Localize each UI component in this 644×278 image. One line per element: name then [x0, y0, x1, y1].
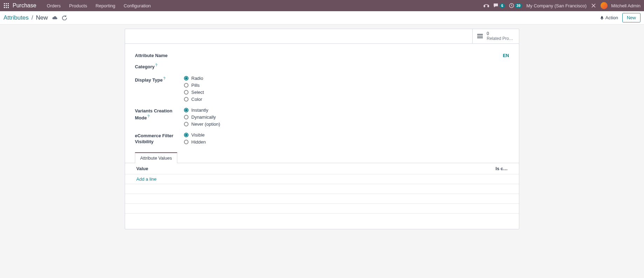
svg-rect-9	[484, 5, 485, 7]
breadcrumb: Attributes / New	[4, 14, 67, 21]
tab-attribute-values[interactable]: Attribute Values	[135, 152, 177, 163]
action-label: Action	[605, 15, 618, 20]
radio-display-pills[interactable]: Pills	[184, 83, 509, 88]
breadcrumb-separator: /	[32, 14, 33, 21]
svg-rect-5	[8, 5, 9, 6]
radio-variants-never[interactable]: Never (option)	[184, 121, 509, 127]
menu-reporting[interactable]: Reporting	[91, 3, 119, 8]
radio-display-color[interactable]: Color	[184, 97, 509, 102]
breadcrumb-root[interactable]: Attributes	[4, 14, 29, 21]
menu-configuration[interactable]: Configuration	[119, 3, 155, 8]
svg-rect-3	[4, 5, 5, 6]
tab-content: Value Is c… Add a line	[125, 163, 519, 214]
svg-rect-7	[6, 7, 7, 8]
radio-display-select[interactable]: Select	[184, 90, 509, 95]
svg-rect-6	[4, 7, 5, 8]
table-row	[125, 184, 519, 194]
category-field[interactable]	[184, 62, 509, 70]
discard-icon[interactable]	[62, 15, 67, 20]
column-value[interactable]: Value	[136, 166, 487, 171]
form-sheet: 0 Related Prod… Attribute Name EN Catego…	[125, 29, 519, 229]
chat-badge: 6	[500, 4, 505, 8]
svg-rect-0	[4, 3, 5, 4]
stat-count: 0	[487, 31, 515, 36]
add-line-link[interactable]: Add a line	[136, 176, 157, 182]
breadcrumb-current: New	[36, 14, 48, 21]
tools-icon[interactable]	[591, 3, 596, 8]
related-products-stat[interactable]: 0 Related Prod…	[472, 29, 519, 43]
category-label: Category?	[135, 62, 184, 70]
table-row	[125, 204, 519, 214]
menu-products[interactable]: Products	[65, 3, 91, 8]
user-menu[interactable]: Mitchell Admin	[601, 2, 640, 9]
top-navbar: Purchase Orders Products Reporting Confi…	[0, 0, 644, 11]
control-bar: Attributes / New Action New	[0, 11, 644, 25]
action-dropdown[interactable]: Action	[600, 15, 618, 20]
attribute-name-label: Attribute Name	[135, 52, 167, 59]
company-selector[interactable]: My Company (San Francisco)	[526, 3, 587, 8]
svg-rect-8	[8, 7, 9, 8]
user-name: Mitchell Admin	[611, 3, 640, 8]
variants-mode-radios: Instantly Dynamically Never (option)	[184, 107, 509, 127]
help-icon[interactable]: ?	[163, 77, 165, 81]
list-icon	[477, 33, 483, 39]
app-name[interactable]: Purchase	[13, 2, 36, 9]
radio-ecommerce-hidden[interactable]: Hidden	[184, 139, 509, 145]
menu-orders[interactable]: Orders	[43, 3, 65, 8]
cloud-save-icon[interactable]	[52, 15, 58, 20]
avatar-icon	[601, 2, 608, 9]
voip-icon[interactable]	[484, 3, 489, 8]
activity-icon[interactable]: 39	[509, 3, 522, 8]
radio-variants-instantly[interactable]: Instantly	[184, 107, 509, 113]
display-type-radios: Radio Pills Select Color	[184, 76, 509, 102]
table-row	[125, 194, 519, 204]
chat-icon[interactable]: 6	[493, 3, 505, 8]
radio-display-radio[interactable]: Radio	[184, 76, 509, 81]
svg-rect-2	[8, 3, 9, 4]
variants-mode-label: Variants Creation Mode?	[135, 107, 184, 127]
svg-rect-1	[6, 3, 7, 4]
language-tag[interactable]: EN	[503, 53, 509, 58]
column-is-custom[interactable]: Is c…	[487, 166, 508, 171]
svg-rect-4	[6, 5, 7, 6]
help-icon[interactable]: ?	[148, 114, 150, 118]
apps-icon[interactable]	[4, 3, 9, 8]
activity-badge: 39	[515, 4, 522, 8]
ecommerce-visibility-radios: Visible Hidden	[184, 132, 509, 145]
svg-rect-10	[488, 5, 489, 7]
ecommerce-visibility-label: eCommerce Filter Visibility	[135, 132, 184, 145]
radio-variants-dynamically[interactable]: Dynamically	[184, 114, 509, 120]
new-button[interactable]: New	[622, 13, 640, 22]
help-icon[interactable]: ?	[155, 63, 157, 67]
display-type-label: Display Type?	[135, 76, 184, 102]
radio-ecommerce-visible[interactable]: Visible	[184, 132, 509, 138]
stat-label: Related Prod…	[487, 36, 515, 41]
